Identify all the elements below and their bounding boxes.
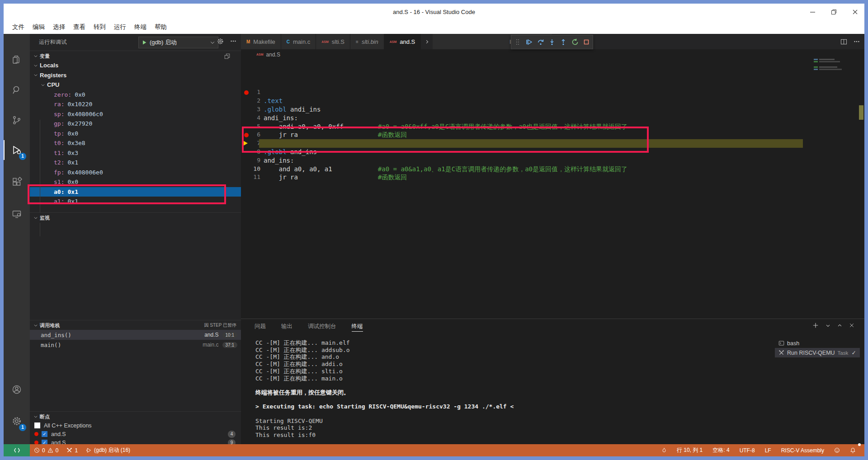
notifications[interactable] <box>846 444 860 456</box>
tab-overflow-chevron-icon[interactable] <box>421 34 433 49</box>
code-line-4[interactable]: 4 andi a0, a0, 0xff #a0 = a0&0xff,a0是C语言… <box>241 88 864 97</box>
close-icon[interactable] <box>852 9 858 15</box>
step-out-icon[interactable] <box>559 37 568 47</box>
minimize-icon[interactable] <box>810 9 816 15</box>
menu-item-4[interactable]: 转到 <box>90 23 110 31</box>
var-group-locals[interactable]: Locals <box>30 61 241 70</box>
stack-frame-1[interactable]: main() main.c 37:1 <box>30 340 241 350</box>
code-line-11[interactable]: 11 <box>241 148 864 156</box>
eol[interactable]: LF <box>761 444 775 456</box>
code-editor[interactable]: 1 .text 2 .globl andi_ins 3 andi_ins: 4 … <box>241 60 864 322</box>
menu-item-1[interactable]: 编辑 <box>28 23 49 31</box>
encoding[interactable]: UTF-8 <box>736 444 759 456</box>
new-terminal-icon[interactable] <box>812 322 819 329</box>
cursor-position[interactable]: 行 10, 列 1 <box>673 444 707 456</box>
code-line-8[interactable]: 8 and_ins: <box>241 122 864 131</box>
code-line-5[interactable]: 5 jr ra #函数返回 <box>241 97 864 105</box>
watch-section-header[interactable]: 监视 <box>30 212 241 223</box>
register-row-tp[interactable]: tp:0x0 <box>30 129 241 139</box>
activity-extensions[interactable] <box>4 171 30 193</box>
terminal-output[interactable]: CC -[M] 正在构建... main.elfCC -[M] 正在构建... … <box>255 339 514 439</box>
restore-icon[interactable] <box>831 9 837 15</box>
remote-indicator[interactable] <box>4 444 30 456</box>
tab-main-c[interactable]: Cmain.c <box>281 34 316 49</box>
register-row-s1[interactable]: s1:0x0 <box>30 177 241 187</box>
stack-frame-0[interactable]: and_ins() and.S 10:1 <box>30 330 241 340</box>
tab-Makefile[interactable]: MMakefile <box>241 34 281 49</box>
launch-config-dropdown[interactable]: (gdb) 启动 <box>138 37 218 48</box>
breakpoint-row-1[interactable]: ✓ and.S 4 <box>30 430 241 438</box>
terminal-session-1[interactable]: Run RISCV-QEMU Task ✓ <box>775 348 860 357</box>
scrollbar-decoration[interactable] <box>859 105 863 120</box>
tab-slti-S[interactable]: ASMslti.S <box>316 34 350 49</box>
code-line-6[interactable]: 6 <box>241 105 864 114</box>
continue-icon[interactable] <box>524 37 533 47</box>
register-row-a1[interactable]: a1:0x1 <box>30 197 241 207</box>
breakpoints-section-header[interactable]: 断点 <box>30 411 241 422</box>
panel-tab-0[interactable]: 问题 <box>255 319 266 333</box>
var-group-registers[interactable]: Registers <box>30 70 241 80</box>
variables-section-header[interactable]: 变量 <box>30 51 241 61</box>
breakpoint-checkbox[interactable] <box>34 422 40 428</box>
activity-explorer[interactable] <box>4 49 30 70</box>
breakpoint-row-0[interactable]: All C++ Exceptions <box>30 421 241 430</box>
menu-item-0[interactable]: 文件 <box>8 23 28 31</box>
indentation[interactable]: 空格: 4 <box>708 444 733 456</box>
register-row-t2[interactable]: t2:0x1 <box>30 158 241 168</box>
activity-account[interactable] <box>4 379 30 400</box>
var-group-cpu[interactable]: CPU <box>30 80 241 90</box>
breadcrumb[interactable]: ASM and.S <box>241 49 864 60</box>
breakpoint-checkbox[interactable]: ✓ <box>42 431 47 437</box>
more-actions-icon[interactable] <box>230 38 236 44</box>
menu-item-6[interactable]: 终端 <box>130 23 151 31</box>
close-panel-icon[interactable] <box>849 323 854 328</box>
activity-search[interactable] <box>4 79 30 101</box>
code-line-2[interactable]: 2 .globl andi_ins <box>241 71 864 80</box>
step-into-icon[interactable] <box>547 37 556 47</box>
breakpoint-dot-icon[interactable] <box>244 133 249 137</box>
register-row-a0[interactable]: a0:0x1 <box>30 187 241 197</box>
language-mode[interactable]: RISC-V Assembly <box>777 444 828 456</box>
terminal-session-0[interactable]: bash <box>775 338 860 348</box>
editor-more-actions-icon[interactable] <box>854 38 860 45</box>
panel-tab-2[interactable]: 调试控制台 <box>308 319 336 333</box>
register-row-t0[interactable]: t0:0x3e8 <box>30 138 241 148</box>
start-debug-icon[interactable] <box>142 40 147 45</box>
menu-item-2[interactable]: 选择 <box>49 23 69 31</box>
menu-item-7[interactable]: 帮助 <box>151 23 171 31</box>
activity-run-and-debug[interactable]: 1 <box>4 139 30 161</box>
panel-tab-1[interactable]: 输出 <box>281 319 292 333</box>
code-line-7[interactable]: 7 .globl and_ins <box>241 114 864 122</box>
breakpoint-dot-icon[interactable] <box>244 90 249 95</box>
menu-item-3[interactable]: 查看 <box>69 23 90 31</box>
register-row-zero[interactable]: zero:0x0 <box>30 90 241 100</box>
copy-value-icon[interactable] <box>224 53 230 59</box>
register-row-ra[interactable]: ra:0x10220 <box>30 99 241 109</box>
maximize-panel-icon[interactable] <box>837 323 842 328</box>
activity-source-control[interactable] <box>4 109 30 131</box>
panel-tab-3[interactable]: 终端 <box>352 319 363 333</box>
step-over-icon[interactable] <box>536 37 545 47</box>
debug-settings-gear-icon[interactable] <box>217 38 224 45</box>
register-row-sp[interactable]: sp:0x408006c0 <box>30 109 241 119</box>
menu-item-5[interactable]: 运行 <box>110 23 130 31</box>
code-line-9[interactable]: 9 and a0, a0, a1 #a0 = a0&a1,a0、a1是C语言调用… <box>241 131 864 139</box>
tab-and-S[interactable]: ASMand.S <box>384 34 421 49</box>
activity-remote-explorer[interactable] <box>4 203 30 225</box>
running-tasks-status[interactable]: 1 <box>62 444 82 456</box>
register-row-fp[interactable]: fp:0x408006e0 <box>30 168 241 178</box>
feedback[interactable] <box>830 444 844 456</box>
restart-icon[interactable] <box>571 37 579 47</box>
code-line-10[interactable]: 10 jr ra #函数返回 <box>241 139 864 148</box>
register-row-t1[interactable]: t1:0x3 <box>30 148 241 158</box>
tab-slti-bin[interactable]: ≡slti.bin <box>350 34 384 49</box>
activity-settings-gear[interactable]: 1 <box>4 410 30 432</box>
split-editor-icon[interactable] <box>840 38 847 45</box>
debug-session-status[interactable]: (gdb) 启动 (16) <box>82 444 134 456</box>
problems-status[interactable]: 0 0 <box>30 444 62 456</box>
terminal-dropdown-icon[interactable] <box>826 323 830 328</box>
code-line-1[interactable]: 1 .text <box>241 63 864 71</box>
flame-status[interactable] <box>657 444 671 456</box>
callstack-section-header[interactable]: 调用堆栈 因 STEP 已暂停 <box>30 320 241 330</box>
register-row-gp[interactable]: gp:0x27920 <box>30 119 241 129</box>
